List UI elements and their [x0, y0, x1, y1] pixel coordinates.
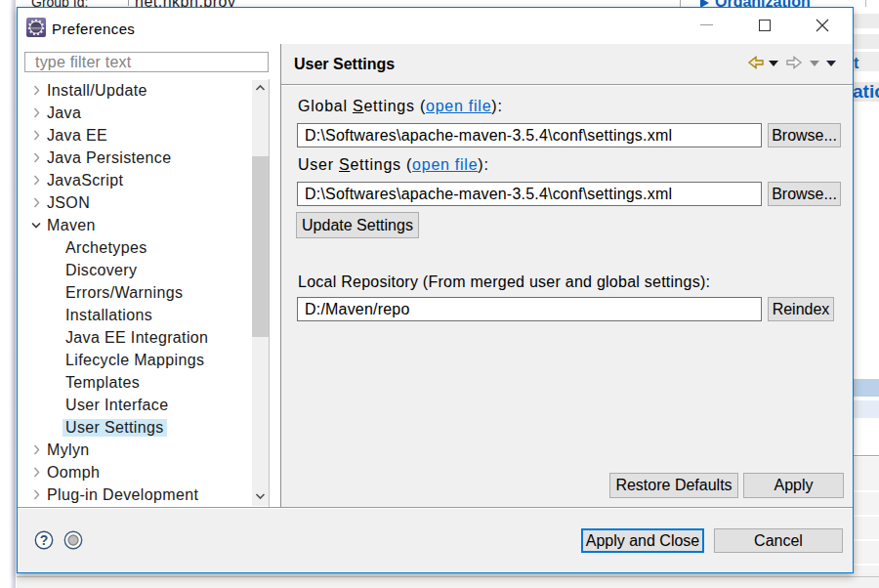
svg-text:?: ?	[40, 532, 49, 548]
